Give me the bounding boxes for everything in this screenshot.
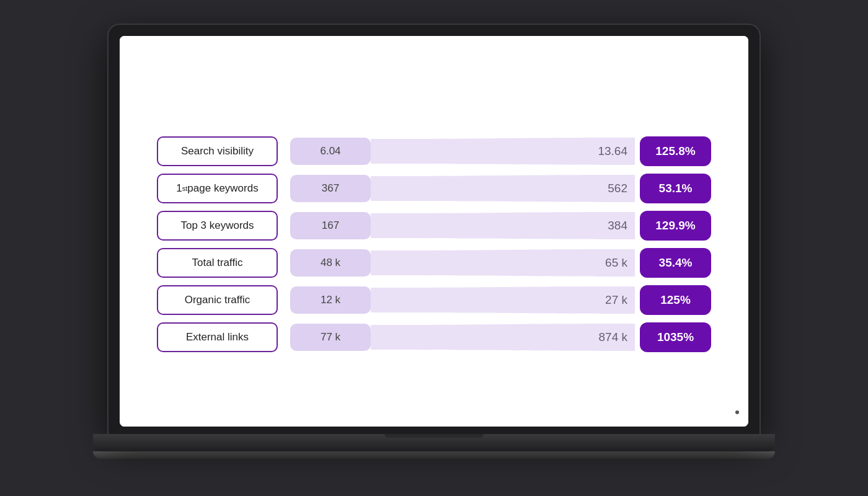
metric-label: Search visibility [157, 136, 278, 166]
from-value: 367 [290, 175, 371, 202]
pct-badge: 35.4% [640, 248, 711, 278]
to-value: 562 [559, 182, 627, 195]
from-value: 12 k [290, 286, 371, 314]
from-value: 48 k [290, 249, 371, 277]
screen-bezel: Search visibility6.0413.64125.8%1st page… [108, 25, 760, 434]
pct-badge: 53.1% [640, 174, 711, 203]
table-row: Search visibility6.0413.64125.8% [157, 135, 711, 167]
metric-label: External links [157, 322, 278, 352]
table-row: Top 3 keywords167384129.9% [157, 210, 711, 242]
column-headers [157, 55, 711, 92]
to-value: 13.64 [559, 144, 627, 158]
from-value: 77 k [290, 324, 371, 351]
to-value: 65 k [559, 256, 627, 270]
data-rows-container: Search visibility6.0413.64125.8%1st page… [157, 135, 711, 358]
screen-content: Search visibility6.0413.64125.8%1st page… [120, 36, 748, 427]
table-row: 1st page keywords36756253.1% [157, 172, 711, 205]
laptop-container: Search visibility6.0413.64125.8%1st page… [93, 25, 775, 471]
pct-badge: 125.8% [640, 136, 711, 166]
metric-label: 1st page keywords [157, 174, 278, 203]
dot-indicator [735, 410, 739, 414]
pct-badge: 125% [640, 285, 711, 315]
table-row: Organic traffic12 k27 k125% [157, 284, 711, 316]
pct-badge: 129.9% [640, 211, 711, 241]
from-value: 167 [290, 212, 371, 239]
table-row: Total traffic48 k65 k35.4% [157, 247, 711, 279]
to-value: 874 k [559, 330, 627, 344]
metric-label: Total traffic [157, 248, 278, 278]
laptop-base [93, 434, 775, 451]
to-value: 384 [559, 219, 627, 232]
laptop-bottom-bar [93, 451, 775, 459]
metric-label: Organic traffic [157, 285, 278, 315]
screen: Search visibility6.0413.64125.8%1st page… [120, 36, 748, 427]
metric-label: Top 3 keywords [157, 211, 278, 241]
table-row: External links77 k874 k1035% [157, 321, 711, 353]
to-value: 27 k [559, 293, 627, 307]
from-value: 6.04 [290, 138, 371, 165]
pct-badge: 1035% [640, 322, 711, 352]
